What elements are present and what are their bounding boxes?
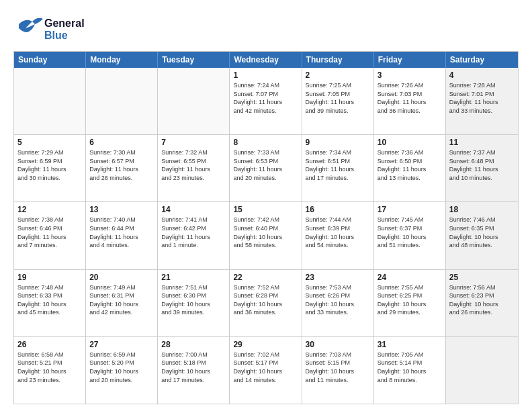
calendar-cell-r3c1: 20Sunrise: 7:49 AM Sunset: 6:31 PM Dayli…: [86, 270, 158, 336]
calendar-cell-r1c3: 8Sunrise: 7:33 AM Sunset: 6:53 PM Daylig…: [230, 135, 302, 201]
day-number: 29: [233, 340, 298, 349]
day-number: 22: [233, 273, 298, 282]
day-info: Sunrise: 7:32 AM Sunset: 6:55 PM Dayligh…: [161, 148, 226, 182]
day-number: 4: [449, 71, 515, 80]
day-info: Sunrise: 7:34 AM Sunset: 6:51 PM Dayligh…: [306, 148, 370, 182]
calendar-cell-r3c2: 21Sunrise: 7:51 AM Sunset: 6:30 PM Dayli…: [158, 270, 230, 336]
logo: General Blue: [13, 12, 87, 44]
header: General Blue: [13, 12, 519, 44]
day-number: 6: [89, 138, 154, 147]
calendar-cell-r2c3: 15Sunrise: 7:42 AM Sunset: 6:40 PM Dayli…: [230, 202, 302, 269]
calendar-cell-r0c4: 2Sunrise: 7:25 AM Sunset: 7:05 PM Daylig…: [302, 68, 374, 134]
day-info: Sunrise: 7:37 AM Sunset: 6:48 PM Dayligh…: [449, 148, 515, 182]
day-number: 12: [17, 205, 82, 214]
calendar-cell-r4c3: 29Sunrise: 7:02 AM Sunset: 5:17 PM Dayli…: [230, 337, 302, 404]
weekday-wednesday: Wednesday: [230, 52, 302, 68]
day-number: 21: [161, 273, 226, 282]
calendar-cell-r3c0: 19Sunrise: 7:48 AM Sunset: 6:33 PM Dayli…: [14, 270, 86, 336]
day-number: 27: [89, 340, 154, 349]
day-info: Sunrise: 7:56 AM Sunset: 6:23 PM Dayligh…: [449, 283, 515, 317]
day-info: Sunrise: 7:51 AM Sunset: 6:30 PM Dayligh…: [161, 283, 226, 317]
day-number: 19: [17, 273, 82, 282]
day-number: 26: [17, 340, 82, 349]
day-info: Sunrise: 7:03 AM Sunset: 5:15 PM Dayligh…: [306, 351, 370, 384]
day-info: Sunrise: 7:42 AM Sunset: 6:40 PM Dayligh…: [233, 216, 298, 249]
calendar-cell-r1c5: 10Sunrise: 7:36 AM Sunset: 6:50 PM Dayli…: [374, 135, 446, 201]
day-info: Sunrise: 7:46 AM Sunset: 6:35 PM Dayligh…: [449, 216, 515, 249]
calendar-cell-r2c0: 12Sunrise: 7:38 AM Sunset: 6:46 PM Dayli…: [14, 202, 86, 269]
calendar-cell-r0c0: [14, 68, 86, 134]
day-number: 9: [306, 138, 370, 147]
day-info: Sunrise: 7:45 AM Sunset: 6:37 PM Dayligh…: [378, 216, 442, 249]
weekday-thursday: Thursday: [302, 52, 374, 68]
calendar: Sunday Monday Tuesday Wednesday Thursday…: [13, 51, 519, 404]
day-number: 8: [233, 138, 298, 147]
day-number: 20: [89, 273, 154, 282]
day-info: Sunrise: 7:44 AM Sunset: 6:39 PM Dayligh…: [306, 216, 370, 249]
calendar-cell-r3c5: 24Sunrise: 7:55 AM Sunset: 6:25 PM Dayli…: [374, 270, 446, 336]
calendar-cell-r1c0: 5Sunrise: 7:29 AM Sunset: 6:59 PM Daylig…: [14, 135, 86, 201]
day-number: 10: [378, 138, 442, 147]
calendar-row-4: 19Sunrise: 7:48 AM Sunset: 6:33 PM Dayli…: [14, 269, 518, 336]
calendar-cell-r3c3: 22Sunrise: 7:52 AM Sunset: 6:28 PM Dayli…: [230, 270, 302, 336]
weekday-monday: Monday: [86, 52, 158, 68]
calendar-row-3: 12Sunrise: 7:38 AM Sunset: 6:46 PM Dayli…: [14, 201, 518, 269]
day-info: Sunrise: 7:25 AM Sunset: 7:05 PM Dayligh…: [306, 81, 370, 115]
svg-text:General: General: [44, 17, 85, 29]
calendar-cell-r4c2: 28Sunrise: 7:00 AM Sunset: 5:18 PM Dayli…: [158, 337, 230, 404]
day-info: Sunrise: 7:33 AM Sunset: 6:53 PM Dayligh…: [233, 148, 298, 182]
calendar-cell-r0c6: 4Sunrise: 7:28 AM Sunset: 7:01 PM Daylig…: [446, 68, 518, 134]
day-number: 17: [378, 205, 442, 214]
day-info: Sunrise: 7:52 AM Sunset: 6:28 PM Dayligh…: [233, 283, 298, 317]
day-number: 3: [378, 71, 442, 80]
logo-svg: General Blue: [13, 12, 87, 44]
day-info: Sunrise: 7:26 AM Sunset: 7:03 PM Dayligh…: [378, 81, 442, 115]
calendar-cell-r1c6: 11Sunrise: 7:37 AM Sunset: 6:48 PM Dayli…: [446, 135, 518, 201]
calendar-cell-r0c1: [86, 68, 158, 134]
calendar-header: Sunday Monday Tuesday Wednesday Thursday…: [14, 52, 518, 68]
day-number: 5: [17, 138, 82, 147]
day-info: Sunrise: 7:24 AM Sunset: 7:07 PM Dayligh…: [233, 81, 298, 115]
calendar-row-5: 26Sunrise: 6:58 AM Sunset: 5:21 PM Dayli…: [14, 336, 518, 404]
calendar-cell-r2c4: 16Sunrise: 7:44 AM Sunset: 6:39 PM Dayli…: [302, 202, 374, 269]
day-number: 15: [233, 205, 298, 214]
calendar-body: 1Sunrise: 7:24 AM Sunset: 7:07 PM Daylig…: [14, 68, 518, 404]
page: General Blue Sunday Monday Tuesday Wedne…: [0, 0, 532, 411]
day-number: 24: [378, 273, 442, 282]
day-info: Sunrise: 6:59 AM Sunset: 5:20 PM Dayligh…: [89, 351, 154, 384]
calendar-cell-r2c1: 13Sunrise: 7:40 AM Sunset: 6:44 PM Dayli…: [86, 202, 158, 269]
calendar-cell-r3c6: 25Sunrise: 7:56 AM Sunset: 6:23 PM Dayli…: [446, 270, 518, 336]
calendar-cell-r1c1: 6Sunrise: 7:30 AM Sunset: 6:57 PM Daylig…: [86, 135, 158, 201]
calendar-row-2: 5Sunrise: 7:29 AM Sunset: 6:59 PM Daylig…: [14, 134, 518, 201]
calendar-cell-r2c6: 18Sunrise: 7:46 AM Sunset: 6:35 PM Dayli…: [446, 202, 518, 269]
day-info: Sunrise: 7:48 AM Sunset: 6:33 PM Dayligh…: [17, 283, 82, 317]
day-info: Sunrise: 6:58 AM Sunset: 5:21 PM Dayligh…: [17, 351, 82, 384]
calendar-cell-r0c2: [158, 68, 230, 134]
calendar-cell-r0c5: 3Sunrise: 7:26 AM Sunset: 7:03 PM Daylig…: [374, 68, 446, 134]
day-number: 25: [449, 273, 515, 282]
day-number: 1: [233, 71, 298, 80]
day-info: Sunrise: 7:55 AM Sunset: 6:25 PM Dayligh…: [378, 283, 442, 317]
weekday-tuesday: Tuesday: [158, 52, 230, 68]
calendar-cell-r1c2: 7Sunrise: 7:32 AM Sunset: 6:55 PM Daylig…: [158, 135, 230, 201]
day-number: 2: [306, 71, 370, 80]
day-number: 28: [161, 340, 226, 349]
calendar-cell-r2c2: 14Sunrise: 7:41 AM Sunset: 6:42 PM Dayli…: [158, 202, 230, 269]
svg-text:Blue: Blue: [44, 30, 68, 41]
day-info: Sunrise: 7:41 AM Sunset: 6:42 PM Dayligh…: [161, 216, 226, 249]
calendar-cell-r4c6: [446, 337, 518, 404]
calendar-cell-r0c3: 1Sunrise: 7:24 AM Sunset: 7:07 PM Daylig…: [230, 68, 302, 134]
day-number: 30: [306, 340, 370, 349]
weekday-friday: Friday: [374, 52, 446, 68]
day-info: Sunrise: 7:30 AM Sunset: 6:57 PM Dayligh…: [89, 148, 154, 182]
day-info: Sunrise: 7:28 AM Sunset: 7:01 PM Dayligh…: [449, 81, 515, 115]
day-number: 16: [306, 205, 370, 214]
day-info: Sunrise: 7:36 AM Sunset: 6:50 PM Dayligh…: [378, 148, 442, 182]
calendar-cell-r2c5: 17Sunrise: 7:45 AM Sunset: 6:37 PM Dayli…: [374, 202, 446, 269]
weekday-sunday: Sunday: [14, 52, 86, 68]
day-info: Sunrise: 7:49 AM Sunset: 6:31 PM Dayligh…: [89, 283, 154, 317]
calendar-cell-r1c4: 9Sunrise: 7:34 AM Sunset: 6:51 PM Daylig…: [302, 135, 374, 201]
calendar-cell-r4c5: 31Sunrise: 7:05 AM Sunset: 5:14 PM Dayli…: [374, 337, 446, 404]
day-number: 23: [306, 273, 370, 282]
day-info: Sunrise: 7:40 AM Sunset: 6:44 PM Dayligh…: [89, 216, 154, 249]
